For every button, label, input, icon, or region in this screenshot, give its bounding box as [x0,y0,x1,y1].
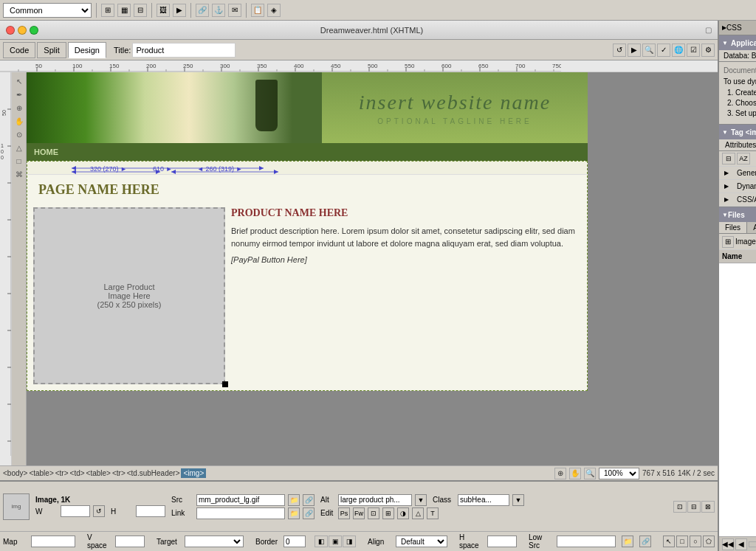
tag-table-2[interactable]: <table> [86,469,111,477]
nav-home[interactable]: HOME [34,148,58,156]
browser-icon[interactable]: 🌐 [672,44,685,57]
edit-text-btn[interactable]: T [427,507,439,519]
files-tab-files[interactable]: Files [719,222,747,233]
border-right-btn[interactable]: ◨ [343,536,356,547]
product-image-placeholder[interactable]: Large Product Image Here (250 x 250 pixe… [33,207,225,384]
lasso-icon[interactable]: ⌘ [13,168,25,180]
tag-tr-1[interactable]: <tr> [55,469,69,477]
src-input[interactable] [196,494,285,506]
hspace-input[interactable] [487,536,517,547]
preview-icon[interactable]: ▶ [628,44,641,57]
hand-icon[interactable]: ✋ [13,115,25,127]
link-url-btn[interactable]: 🔗 [303,507,315,519]
align-select[interactable]: Default [396,536,447,547]
triangle-icon[interactable]: △ [13,142,25,153]
tab-split[interactable]: Split [37,42,66,58]
prop-css[interactable]: ▶ CSS/Accessibility [719,193,756,207]
circle-icon[interactable]: ⊙ [13,128,25,140]
maximize-button[interactable] [30,26,38,35]
width-toggle-btn[interactable]: ↺ [93,505,105,517]
nav-first-btn[interactable]: ◀◀ [722,538,734,550]
debug-icon[interactable]: 🔍 [642,44,656,57]
form-icon[interactable]: ⊟ [134,4,147,17]
border-center-btn[interactable]: ▣ [329,536,342,547]
tag-body[interactable]: <body> [3,469,27,477]
anchor-icon[interactable]: ⚓ [212,4,225,17]
status-icon-1[interactable]: ⊕ [554,468,566,479]
canvas-content[interactable]: insert website name OPTIONAL TAGLINE HER… [27,72,718,465]
alt-input[interactable] [338,494,412,506]
tag-table-1[interactable]: <table> [29,469,53,477]
select-icon[interactable]: ↖ [13,75,25,87]
edit-photoshop-btn[interactable]: Ps [338,507,350,519]
minimize-button[interactable] [18,26,27,35]
eyedropper-icon[interactable]: ✒ [13,89,25,100]
link-input[interactable] [196,507,285,519]
map-arrow-tool[interactable]: ↖ [663,536,675,547]
prop-dynamic[interactable]: ▶ Dynamic [719,180,756,193]
tag-tab-attributes[interactable]: Attributes [719,139,756,150]
tab-design[interactable]: Design [68,42,106,58]
edit-brightness-btn[interactable]: ◑ [397,507,409,519]
prop-css-toggle[interactable]: ▶ [722,195,731,204]
widget-icon[interactable]: ◈ [267,4,281,17]
files-icon-1[interactable]: ⊞ [722,236,734,248]
map-poly-tool[interactable]: ⬠ [703,536,715,547]
zoom-icon[interactable]: 🔍 [584,468,596,479]
src-browse-btn[interactable]: 📁 [288,494,300,506]
paypal-button-placeholder[interactable]: [PayPal Button Here] [231,255,581,264]
prop-general[interactable]: ▶ General [719,167,756,180]
src-link-btn[interactable]: 🔗 [303,494,315,506]
close-button[interactable] [6,26,15,35]
zoom-icon[interactable]: ⊕ [13,102,25,114]
attr-sort-category-btn[interactable]: ⊟ [722,153,735,164]
class-input[interactable] [458,494,509,506]
image-width-input[interactable] [61,505,90,517]
lowsrc-link-btn[interactable]: 🔗 [639,536,651,547]
tab-code[interactable]: Code [3,42,35,58]
border-left-btn[interactable]: ◧ [315,536,328,547]
tag-img[interactable]: <img> [181,468,206,478]
rect-icon[interactable]: □ [13,155,25,167]
nav-prev-btn[interactable]: ◀ [735,538,747,550]
template-icon[interactable]: 📋 [251,4,264,17]
link-icon[interactable]: 🔗 [196,4,209,17]
lowsrc-browse-btn[interactable]: 📁 [622,536,633,547]
settings-icon[interactable]: ⚙ [701,44,715,57]
align-center-btn[interactable]: ⊟ [687,501,701,513]
edit-fw-btn[interactable]: Fw [353,507,365,519]
layout-icon[interactable]: ▦ [117,4,131,17]
edit-resample-btn[interactable]: ⊞ [382,507,394,519]
tag-tr-2[interactable]: <tr> [112,469,126,477]
check-icon[interactable]: ☑ [687,44,700,57]
prop-general-toggle[interactable]: ▶ [722,169,731,178]
tag-td-1[interactable]: <td> [70,469,85,477]
refresh-icon[interactable]: ↺ [613,44,626,57]
alt-dropdown-btn[interactable]: ▼ [415,494,427,506]
media-icon[interactable]: ▶ [173,4,186,17]
lowsrc-input[interactable] [557,536,616,547]
email-icon[interactable]: ✉ [228,4,241,17]
files-scrollbar[interactable] [749,541,756,547]
vspace-input[interactable] [115,536,145,547]
edit-sharpen-btn[interactable]: △ [412,507,424,519]
align-left-btn[interactable]: ⊡ [673,501,687,513]
map-circle-tool[interactable]: ○ [690,536,701,547]
insert-category-dropdown[interactable]: Common [3,3,92,18]
tag-td-subheader[interactable]: <td.subHeader> [127,469,180,477]
page-title-input[interactable] [132,43,236,58]
status-icon-2[interactable]: ✋ [569,468,581,479]
validate-icon[interactable]: ✓ [657,44,670,57]
class-dropdown-btn[interactable]: ▼ [512,494,524,506]
border-input[interactable] [284,536,306,547]
zoom-select[interactable]: 100% [599,468,639,479]
align-right-btn[interactable]: ⊠ [701,501,715,513]
attr-sort-az-btn[interactable]: AZ [737,153,750,164]
target-select[interactable] [185,536,244,547]
edit-crop-btn[interactable]: ⊡ [368,507,379,519]
app-tab-binding[interactable]: Databa: Binding [719,50,756,61]
map-input[interactable] [31,536,75,547]
files-tab-assets[interactable]: Assets [747,222,756,233]
prop-dynamic-toggle[interactable]: ▶ [722,182,731,191]
map-rect-tool[interactable]: □ [676,536,688,547]
